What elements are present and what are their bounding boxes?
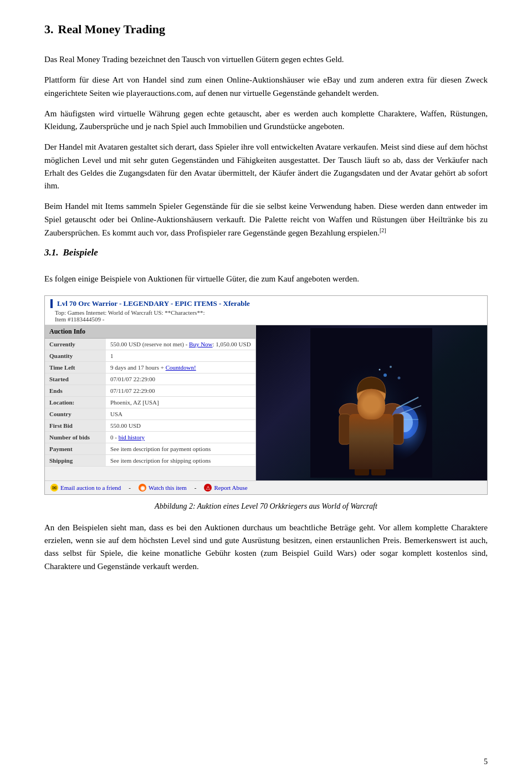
row-label-ends: Ends xyxy=(45,385,106,397)
row-label-quantity: Quantity xyxy=(45,350,106,362)
svg-point-23 xyxy=(379,369,381,371)
row-value-shipping: See item description for shipping option… xyxy=(106,455,255,467)
table-row: First Bid 550.00 USD xyxy=(45,420,255,432)
auction-header: Lvl 70 Orc Warrior - LEGENDARY - EPIC IT… xyxy=(45,296,487,325)
row-label-payment: Payment xyxy=(45,443,106,455)
row-value-timeleft: 9 days and 17 hours + Countdown! xyxy=(106,362,255,373)
row-label-country: Country xyxy=(45,408,106,420)
table-row: Number of bids 0 - bid history xyxy=(45,432,255,443)
footnote-ref: [2] xyxy=(380,227,386,233)
section-title: Real Money Trading xyxy=(58,22,166,37)
character-svg xyxy=(310,328,432,478)
auction-info-table: Auction Info Currently 550.00 USD (reser… xyxy=(45,325,256,480)
svg-rect-18 xyxy=(339,414,350,444)
paragraph-3: Am häufigsten wird virtuelle Währung geg… xyxy=(44,108,488,134)
section-heading: 3. Real Money Trading xyxy=(44,22,488,45)
auction-details-table: Currently 550.00 USD (reserve not met) -… xyxy=(45,339,255,467)
paragraph-6: An den Beispielen sieht man, dass es bei… xyxy=(44,521,488,573)
page-number: 5 xyxy=(484,758,488,766)
email-label: Email auction to a friend xyxy=(60,484,121,491)
row-value-location: Phoenix, AZ [USA] xyxy=(106,397,255,408)
row-value-country: USA xyxy=(106,408,255,420)
footer-separator-2: - xyxy=(195,484,197,491)
row-value-quantity: 1 xyxy=(106,350,255,362)
table-row: Country USA xyxy=(45,408,255,420)
watch-icon: ◉ xyxy=(139,484,146,492)
auction-item-num: Item #1183444509 - xyxy=(55,316,482,323)
intro-beispiele: Es folgen einige Beispiele von Auktionen… xyxy=(44,273,488,285)
row-value-ends: 07/11/07 22:29:00 xyxy=(106,385,255,397)
row-label-currently: Currently xyxy=(45,339,106,350)
svg-rect-15 xyxy=(373,447,384,472)
auction-title-row: Lvl 70 Orc Warrior - LEGENDARY - EPIC IT… xyxy=(50,299,482,308)
footer-separator-1: - xyxy=(129,484,131,491)
table-row: Payment See item description for payment… xyxy=(45,443,255,455)
row-label-timeleft: Time Left xyxy=(45,362,106,373)
row-label-numbids: Number of bids xyxy=(45,432,106,443)
row-value-started: 07/01/07 22:29:00 xyxy=(106,373,255,385)
svg-rect-17 xyxy=(371,468,386,475)
row-label-shipping: Shipping xyxy=(45,455,106,467)
report-label: Report Abuse xyxy=(214,484,247,491)
paragraph-2: Plattform für diese Art von Handel sind … xyxy=(44,74,488,100)
row-value-payment: See item description for payment options xyxy=(106,443,255,455)
paragraph-5: Beim Handel mit Items sammeln Spieler Ge… xyxy=(44,200,488,239)
row-label-firstbid: First Bid xyxy=(45,420,106,432)
buy-now-link[interactable]: Buy Now xyxy=(189,341,212,347)
row-value-currently: 550.00 USD (reserve not met) - Buy Now: … xyxy=(106,339,255,350)
svg-point-7 xyxy=(365,394,369,397)
table-row: Location: Phoenix, AZ [USA] xyxy=(45,397,255,408)
report-icon: ⚠ xyxy=(204,484,212,492)
watch-item-link[interactable]: ◉ Watch this item xyxy=(139,484,187,492)
auction-footer: ✉ Email auction to a friend - ◉ Watch th… xyxy=(45,480,487,494)
svg-point-8 xyxy=(374,394,378,397)
auction-character-image xyxy=(256,325,487,480)
wow-character-illustration xyxy=(256,325,487,480)
table-row: Currently 550.00 USD (reserve not met) -… xyxy=(45,339,255,350)
row-value-firstbid: 550.00 USD xyxy=(106,420,255,432)
auction-title-text: Lvl 70 Orc Warrior - LEGENDARY - EPIC IT… xyxy=(57,299,250,308)
bid-history-link[interactable]: bid history xyxy=(119,434,145,441)
table-row: Quantity 1 xyxy=(45,350,255,362)
paragraph-4: Der Handel mit Avataren gestaltet sich d… xyxy=(44,141,488,192)
auction-subtitle: Top: Games Internet: World of Warcraft U… xyxy=(55,309,482,316)
auction-box: Lvl 70 Orc Warrior - LEGENDARY - EPIC IT… xyxy=(44,295,488,495)
paragraph-1: Das Real Money Trading bezeichnet den Ta… xyxy=(44,53,488,66)
svg-rect-14 xyxy=(356,447,367,472)
email-auction-link[interactable]: ✉ Email auction to a friend xyxy=(50,484,121,492)
watch-label: Watch this item xyxy=(149,484,187,491)
row-label-location: Location: xyxy=(45,397,106,408)
countdown-link[interactable]: Countdown! xyxy=(166,364,196,371)
subsection-title: Beispiele xyxy=(63,247,98,258)
row-label-started: Started xyxy=(45,373,106,385)
svg-rect-19 xyxy=(392,414,403,444)
table-row: Ends 07/11/07 22:29:00 xyxy=(45,385,255,397)
svg-point-20 xyxy=(383,373,387,377)
report-abuse-link[interactable]: ⚠ Report Abuse xyxy=(204,484,247,492)
blue-bar-icon xyxy=(50,299,53,308)
table-row: Time Left 9 days and 17 hours + Countdow… xyxy=(45,362,255,373)
table-row: Shipping See item description for shippi… xyxy=(45,455,255,467)
svg-point-22 xyxy=(398,377,401,380)
table-row: Started 07/01/07 22:29:00 xyxy=(45,373,255,385)
row-value-numbids: 0 - bid history xyxy=(106,432,255,443)
figure-caption: Abbildung 2: Auktion eines Level 70 Orkk… xyxy=(44,500,488,513)
subsection-heading: 3.1. Beispiele xyxy=(44,247,488,265)
auction-info-header: Auction Info xyxy=(45,325,255,339)
svg-point-21 xyxy=(390,366,392,368)
svg-rect-16 xyxy=(355,468,369,475)
email-icon: ✉ xyxy=(50,484,58,492)
section-number: 3. xyxy=(44,22,54,37)
auction-body: Auction Info Currently 550.00 USD (reser… xyxy=(45,325,487,480)
subsection-number: 3.1. xyxy=(44,247,59,258)
